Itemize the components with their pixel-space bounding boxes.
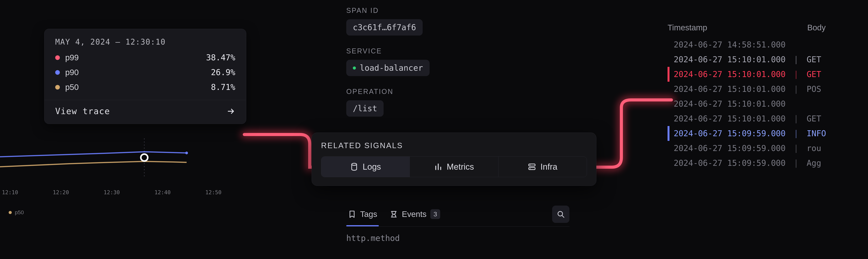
log-row[interactable]: 2024-06-27 15:10:01.000|GET xyxy=(668,67,868,82)
metrics-icon xyxy=(434,162,442,171)
search-icon xyxy=(557,210,565,218)
chart-legend: p50 xyxy=(9,210,24,216)
operation-chip[interactable]: /list xyxy=(346,100,383,117)
log-row[interactable]: 2024-06-27 14:58:51.000 xyxy=(668,37,868,52)
search-button[interactable] xyxy=(552,206,569,223)
tab-events[interactable]: Events 3 xyxy=(388,206,442,223)
legend-label: p50 xyxy=(15,210,24,216)
signals-tab-infra[interactable]: Infra xyxy=(498,157,587,177)
log-row[interactable]: 2024-06-27 15:10:01.000|GET xyxy=(668,52,868,67)
log-row[interactable]: 2024-06-27 15:10:01.000|POS xyxy=(668,82,868,97)
latency-mini-chart[interactable] xyxy=(0,138,208,177)
col-body: Body xyxy=(807,23,826,32)
svg-point-1 xyxy=(185,152,188,154)
tooltip-row-p50: p50 8.71% xyxy=(55,80,235,95)
log-row[interactable]: 2024-06-27 15:09:59.000|INFO xyxy=(668,126,868,141)
legend-dot-p50 xyxy=(9,211,12,214)
tooltip-row-p99: p99 38.47% xyxy=(55,50,235,65)
dot-icon xyxy=(55,56,60,60)
chart-tooltip: MAY 4, 2024 — 12:30:10 p99 38.47% p90 26… xyxy=(44,29,246,124)
infra-icon xyxy=(528,162,536,171)
log-row[interactable]: 2024-06-27 15:10:01.000 xyxy=(668,97,868,111)
log-row[interactable]: 2024-06-27 15:09:59.000|rou xyxy=(668,141,868,156)
svg-point-8 xyxy=(530,168,531,169)
bookmark-icon xyxy=(348,210,356,218)
dot-icon xyxy=(55,70,60,75)
log-row[interactable]: 2024-06-27 15:10:01.000|GET xyxy=(668,111,868,126)
signals-tab-logs[interactable]: Logs xyxy=(321,157,410,177)
tab-tags[interactable]: Tags xyxy=(346,206,379,223)
latency-chart-panel: 12:10 12:20 12:30 12:40 12:50 p50 MAY 4,… xyxy=(0,0,231,259)
operation-label: OPERATION xyxy=(346,87,569,96)
view-trace-button[interactable]: View trace xyxy=(44,100,246,124)
related-signals-title: RELATED SIGNALS xyxy=(321,141,587,150)
span-id-label: SPAN ID xyxy=(346,6,569,14)
events-count-badge: 3 xyxy=(430,209,440,219)
svg-rect-5 xyxy=(529,164,535,166)
tooltip-row-p90: p90 26.9% xyxy=(55,65,235,80)
signals-tab-metrics[interactable]: Metrics xyxy=(410,157,498,177)
dot-icon xyxy=(55,85,60,89)
arrow-right-icon xyxy=(227,107,235,115)
col-timestamp: Timestamp xyxy=(668,23,707,32)
service-label: SERVICE xyxy=(346,47,569,55)
logs-icon xyxy=(350,162,359,171)
svg-point-7 xyxy=(530,165,531,165)
service-chip[interactable]: load-balancer xyxy=(346,60,430,76)
status-dot-icon xyxy=(353,67,356,70)
log-row[interactable]: 2024-06-27 15:09:59.000|Agg xyxy=(668,156,868,171)
span-id-chip[interactable]: c3c61f…6f7af6 xyxy=(346,19,423,36)
svg-point-3 xyxy=(558,211,562,216)
chart-x-axis: 12:10 12:20 12:30 12:40 12:50 xyxy=(0,189,231,195)
svg-point-4 xyxy=(352,163,356,165)
svg-rect-6 xyxy=(529,168,535,170)
signals-tabs: Logs Metrics Infra xyxy=(321,156,587,177)
svg-point-2 xyxy=(141,154,148,161)
related-signals-card: RELATED SIGNALS Logs Metrics Infra xyxy=(312,133,596,186)
span-detail-panel: SPAN ID c3c61f…6f7af6 SERVICE load-balan… xyxy=(346,2,569,243)
tag-key: http.method xyxy=(346,233,569,243)
tooltip-timestamp: MAY 4, 2024 — 12:30:10 xyxy=(44,29,246,50)
logs-header: Timestamp Body xyxy=(668,23,868,37)
events-icon xyxy=(390,210,398,218)
logs-panel: Timestamp Body 2024-06-27 14:58:51.00020… xyxy=(668,23,868,171)
span-tabs: Tags Events 3 xyxy=(346,201,569,226)
